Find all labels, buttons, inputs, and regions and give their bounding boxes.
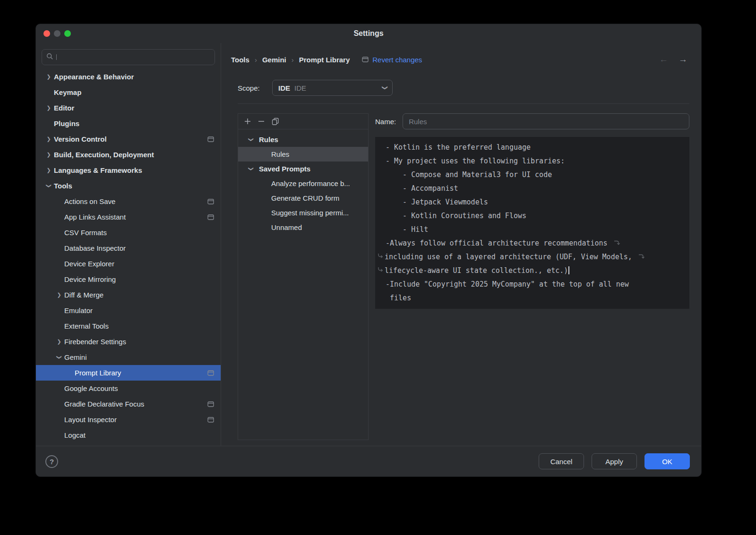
- sidebar-item-logcat[interactable]: Logcat: [36, 427, 221, 443]
- prompt-item-generate-crud-form[interactable]: Generate CRUD form: [238, 191, 368, 205]
- sidebar-item-label: Firebender Settings: [64, 338, 126, 346]
- back-arrow-icon[interactable]: ←: [659, 54, 668, 65]
- duplicate-prompt-button[interactable]: [272, 118, 279, 125]
- breadcrumb-item-gemini[interactable]: Gemini: [262, 56, 286, 64]
- sidebar-item-firebender-settings[interactable]: ❯Firebender Settings: [36, 334, 221, 349]
- breadcrumb-item-tools[interactable]: Tools: [231, 56, 249, 64]
- ok-button[interactable]: OK: [644, 453, 690, 469]
- sidebar-item-gradle-declarative-focus[interactable]: Gradle Declarative Focus: [36, 396, 221, 412]
- prompt-tree-label: Analyze performance b...: [271, 179, 350, 187]
- sidebar-item-label: Version Control: [54, 135, 107, 143]
- prompt-name-input[interactable]: [403, 113, 689, 129]
- prompt-group-saved-prompts[interactable]: ❯Saved Prompts: [238, 161, 368, 176]
- editor-line-text: - Compose and Material3 for UI code: [386, 170, 552, 179]
- zoom-window-button[interactable]: [64, 30, 71, 37]
- settings-search-box[interactable]: [42, 49, 215, 65]
- sidebar-item-label: Device Mirroring: [64, 275, 116, 283]
- close-window-button[interactable]: [43, 30, 50, 37]
- sidebar-item-build-execution-deployment[interactable]: ❯Build, Execution, Deployment: [36, 147, 221, 162]
- sidebar-item-actions-on-save[interactable]: Actions on Save: [36, 194, 221, 209]
- chevron-right-icon[interactable]: ❯: [43, 152, 54, 158]
- prompt-detail: Name: - Kotlin is the preferred language…: [375, 113, 689, 440]
- chevron-right-icon[interactable]: ❯: [43, 74, 54, 80]
- editor-line: - Kotlin is the preferred language: [386, 141, 684, 154]
- search-input[interactable]: [60, 53, 210, 61]
- sidebar-item-diff-merge[interactable]: ❯Diff & Merge: [36, 287, 221, 303]
- prompt-item-analyze-performance-b[interactable]: Analyze performance b...: [238, 176, 368, 191]
- prompt-group-rules[interactable]: ❯Rules: [238, 132, 368, 147]
- sidebar-item-app-links-assistant[interactable]: App Links Assistant: [36, 209, 221, 225]
- divider: [238, 103, 689, 104]
- sidebar-item-keymap[interactable]: Keymap: [36, 85, 221, 100]
- screen-icon: [207, 401, 214, 407]
- editor-line: -Include "Copyright 2025 MyCompany" at t…: [386, 278, 684, 291]
- prompt-item-unnamed[interactable]: Unnamed: [238, 220, 368, 235]
- add-prompt-button[interactable]: [244, 118, 251, 125]
- cancel-button[interactable]: Cancel: [539, 453, 584, 469]
- help-button[interactable]: ?: [45, 455, 58, 468]
- sidebar-item-layout-inspector[interactable]: Layout Inspector: [36, 412, 221, 427]
- chevron-right-icon[interactable]: ❯: [54, 292, 64, 298]
- chevron-right-icon[interactable]: ❯: [54, 339, 64, 345]
- prompt-tree-label: Rules: [271, 150, 289, 158]
- window-title: Settings: [353, 29, 383, 38]
- sidebar-item-languages-frameworks[interactable]: ❯Languages & Frameworks: [36, 162, 221, 178]
- sidebar-item-appearance-behavior[interactable]: ❯Appearance & Behavior: [36, 69, 221, 85]
- sidebar-item-prompt-library[interactable]: Prompt Library: [36, 365, 221, 381]
- prompt-tree: ❯RulesRules❯Saved PromptsAnalyze perform…: [238, 129, 368, 235]
- sidebar-item-label: Build, Execution, Deployment: [54, 151, 154, 159]
- minimize-window-button[interactable]: [54, 30, 60, 37]
- text-caret: [568, 266, 569, 274]
- sidebar-item-device-mirroring[interactable]: Device Mirroring: [36, 272, 221, 287]
- chevron-right-icon[interactable]: ❯: [43, 167, 54, 173]
- sidebar-item-label: Tools: [54, 182, 72, 190]
- prompt-text-editor[interactable]: - Kotlin is the preferred language- My p…: [375, 137, 689, 309]
- sidebar-item-label: Actions on Save: [64, 197, 115, 205]
- forward-arrow-icon[interactable]: →: [679, 54, 687, 65]
- sidebar-item-editor[interactable]: ❯Editor: [36, 100, 221, 116]
- sidebar-item-csv-formats[interactable]: CSV Formats: [36, 225, 221, 240]
- prompt-item-suggest-missing-permi[interactable]: Suggest missing permi...: [238, 205, 368, 220]
- chevron-down-icon[interactable]: ❯: [248, 135, 254, 145]
- dialog-footer: ? Cancel Apply OK: [36, 446, 701, 476]
- scope-row: Scope: IDE IDE ❯: [231, 80, 689, 96]
- apply-button[interactable]: Apply: [592, 453, 637, 469]
- traffic-lights: [43, 30, 71, 37]
- prompt-list-toolbar: [238, 114, 368, 129]
- prompt-tree-label: Generate CRUD form: [271, 194, 339, 202]
- sidebar-item-google-accounts[interactable]: Google Accounts: [36, 381, 221, 396]
- sidebar-item-emulator[interactable]: Emulator: [36, 303, 221, 318]
- scope-label: Scope:: [238, 84, 264, 92]
- sidebar-item-external-tools[interactable]: External Tools: [36, 318, 221, 334]
- settings-window: Settings ❯Appearance & BehaviorKeymap❯Ed…: [35, 24, 702, 477]
- sidebar-item-label: Keymap: [54, 88, 81, 96]
- remove-prompt-button[interactable]: [258, 118, 265, 125]
- prompt-name-row: Name:: [375, 113, 689, 129]
- footer-buttons: Cancel Apply OK: [539, 453, 690, 469]
- chevron-right-icon[interactable]: ❯: [43, 105, 54, 111]
- sidebar-item-device-explorer[interactable]: Device Explorer: [36, 256, 221, 272]
- sidebar-item-database-inspector[interactable]: Database Inspector: [36, 240, 221, 256]
- prompt-tree-label: Suggest missing permi...: [271, 209, 349, 217]
- chevron-down-icon[interactable]: ❯: [56, 352, 62, 363]
- scope-dropdown[interactable]: IDE IDE ❯: [272, 80, 393, 96]
- breadcrumb-separator: ›: [292, 56, 294, 64]
- revert-changes-link[interactable]: Revert changes: [362, 56, 422, 64]
- editor-line: - Compose and Material3 for UI code: [386, 168, 684, 182]
- sidebar-item-plugins[interactable]: Plugins: [36, 116, 221, 131]
- prompt-item-rules[interactable]: Rules: [238, 147, 368, 161]
- sidebar-item-version-control[interactable]: ❯Version Control: [36, 131, 221, 147]
- chevron-right-icon[interactable]: ❯: [43, 136, 54, 142]
- sidebar-item-tools[interactable]: ❯Tools: [36, 178, 221, 194]
- chevron-down-icon[interactable]: ❯: [248, 164, 254, 174]
- chevron-down-icon[interactable]: ❯: [46, 181, 52, 191]
- breadcrumb-separator: ›: [255, 56, 257, 64]
- screen-icon: [207, 136, 214, 142]
- name-label: Name:: [375, 118, 396, 126]
- prompt-tree-label: Saved Prompts: [259, 165, 310, 173]
- breadcrumb-item-prompt-library[interactable]: Prompt Library: [299, 56, 350, 64]
- sidebar-item-label: Editor: [54, 104, 74, 112]
- sidebar-item-label: Prompt Library: [75, 369, 121, 377]
- editor-line: - Accompanist: [386, 182, 684, 195]
- sidebar-item-gemini[interactable]: ❯Gemini: [36, 349, 221, 365]
